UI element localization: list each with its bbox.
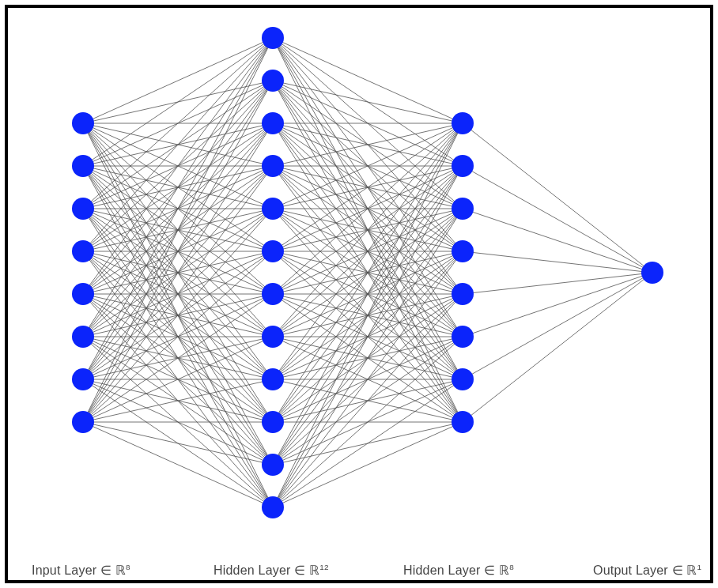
node-L1-7 bbox=[262, 326, 284, 348]
edge bbox=[83, 38, 273, 337]
edge bbox=[273, 209, 463, 507]
edge bbox=[463, 273, 652, 379]
edge bbox=[463, 166, 652, 273]
edge bbox=[463, 251, 652, 273]
label-hidden-layer-2: Hidden Layer ∈ ℝ8 bbox=[403, 563, 514, 578]
node-L0-0 bbox=[72, 112, 94, 134]
node-L1-5 bbox=[262, 240, 284, 262]
node-L1-10 bbox=[262, 454, 284, 476]
node-L2-4 bbox=[452, 283, 474, 305]
node-L1-1 bbox=[262, 70, 284, 92]
edge bbox=[83, 38, 273, 123]
edge bbox=[273, 81, 463, 123]
edge bbox=[83, 38, 273, 422]
node-L2-7 bbox=[452, 411, 474, 433]
edge bbox=[83, 422, 273, 465]
node-L0-1 bbox=[72, 155, 94, 177]
node-L2-1 bbox=[452, 155, 474, 177]
node-L0-3 bbox=[72, 240, 94, 262]
edge bbox=[463, 209, 652, 273]
edge bbox=[273, 38, 463, 123]
edges-group bbox=[83, 38, 652, 507]
node-L3-0 bbox=[641, 262, 663, 284]
neural-network-svg bbox=[8, 8, 710, 580]
node-L2-2 bbox=[452, 198, 474, 220]
label-input-layer: Input Layer ∈ ℝ8 bbox=[32, 563, 130, 578]
edge bbox=[463, 273, 652, 294]
diagram-frame: Input Layer ∈ ℝ8 Hidden Layer ∈ ℝ12 Hidd… bbox=[5, 5, 713, 583]
node-L1-4 bbox=[262, 198, 284, 220]
node-L2-6 bbox=[452, 368, 474, 390]
edge bbox=[83, 38, 273, 166]
node-L2-5 bbox=[452, 326, 474, 348]
label-hidden-layer-1: Hidden Layer ∈ ℝ12 bbox=[214, 563, 329, 578]
node-L0-7 bbox=[72, 411, 94, 433]
edge bbox=[83, 422, 273, 507]
node-L1-3 bbox=[262, 155, 284, 177]
edge bbox=[273, 379, 463, 507]
edge bbox=[463, 273, 652, 337]
node-L0-4 bbox=[72, 283, 94, 305]
label-output-layer: Output Layer ∈ ℝ1 bbox=[593, 563, 701, 578]
edge bbox=[83, 38, 273, 251]
node-L1-8 bbox=[262, 368, 284, 390]
edge bbox=[273, 294, 463, 507]
node-L0-5 bbox=[72, 326, 94, 348]
node-L1-9 bbox=[262, 411, 284, 433]
edge bbox=[463, 123, 652, 273]
node-L1-11 bbox=[262, 496, 284, 518]
node-L0-2 bbox=[72, 198, 94, 220]
edge bbox=[273, 123, 463, 507]
node-L2-0 bbox=[452, 112, 474, 134]
node-L1-6 bbox=[262, 283, 284, 305]
node-L0-6 bbox=[72, 368, 94, 390]
node-L1-2 bbox=[262, 112, 284, 134]
edge bbox=[463, 273, 652, 422]
node-L2-3 bbox=[452, 240, 474, 262]
edge bbox=[273, 422, 463, 507]
node-L1-0 bbox=[262, 27, 284, 49]
